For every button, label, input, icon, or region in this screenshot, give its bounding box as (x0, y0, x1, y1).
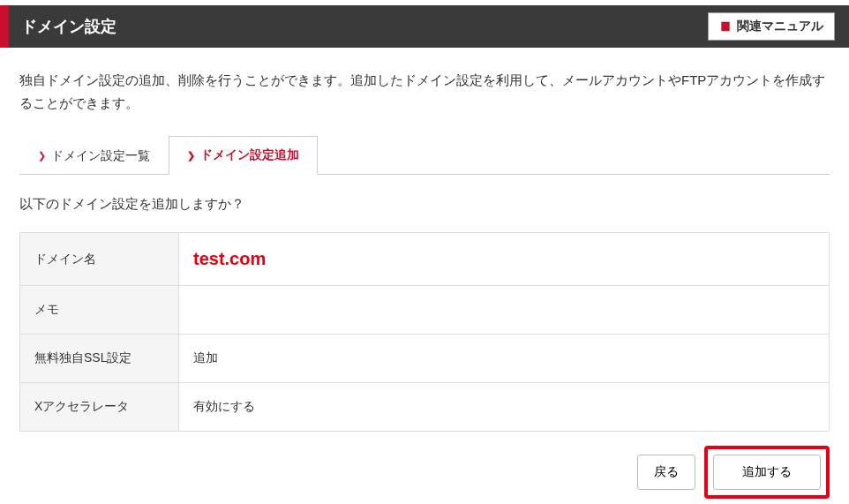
chevron-right-icon: ❯ (38, 150, 46, 162)
row-value-memo (179, 286, 830, 335)
button-row: 戻る 追加する (19, 446, 830, 499)
row-value-xaccel: 有効にする (179, 383, 830, 432)
confirm-text: 以下のドメイン設定を追加しますか？ (19, 196, 830, 213)
tab-label: ドメイン設定追加 (200, 147, 299, 163)
title-accent (0, 5, 9, 48)
tab-domain-add[interactable]: ❯ ドメイン設定追加 (169, 136, 318, 175)
row-label-xaccel: Xアクセラレータ (20, 383, 179, 432)
row-label-ssl: 無料独自SSL設定 (20, 335, 179, 383)
chevron-down-icon: ❯ (187, 150, 195, 162)
related-manual-button[interactable]: 関連マニュアル (708, 12, 835, 41)
page-header: ドメイン設定 関連マニュアル (0, 5, 849, 48)
row-value-domain: test.com (179, 233, 830, 286)
tabs: ❯ ドメイン設定一覧 ❯ ドメイン設定追加 (19, 135, 830, 175)
tab-domain-list[interactable]: ❯ ドメイン設定一覧 (19, 136, 169, 175)
confirm-table: ドメイン名 test.com メモ 無料独自SSL設定 追加 Xアクセラレータ … (19, 232, 830, 432)
tab-label: ドメイン設定一覧 (51, 148, 150, 164)
row-label-memo: メモ (20, 286, 179, 335)
table-row: メモ (20, 286, 830, 335)
intro-text: 独自ドメイン設定の追加、削除を行うことができます。追加したドメイン設定を利用して… (19, 69, 830, 114)
content: 独自ドメイン設定の追加、削除を行うことができます。追加したドメイン設定を利用して… (0, 48, 849, 504)
book-icon (719, 20, 732, 33)
back-button[interactable]: 戻る (637, 455, 695, 490)
row-value-ssl: 追加 (179, 335, 830, 383)
submit-button[interactable]: 追加する (713, 455, 821, 490)
domain-value: test.com (193, 249, 266, 268)
page-title: ドメイン設定 (21, 16, 116, 37)
submit-highlight: 追加する (704, 446, 830, 499)
related-manual-label: 関連マニュアル (737, 19, 823, 34)
table-row: 無料独自SSL設定 追加 (20, 335, 830, 383)
title-wrap: ドメイン設定 (0, 5, 116, 48)
row-label-domain: ドメイン名 (20, 233, 179, 286)
table-row: ドメイン名 test.com (20, 233, 830, 286)
table-row: Xアクセラレータ 有効にする (20, 383, 830, 432)
